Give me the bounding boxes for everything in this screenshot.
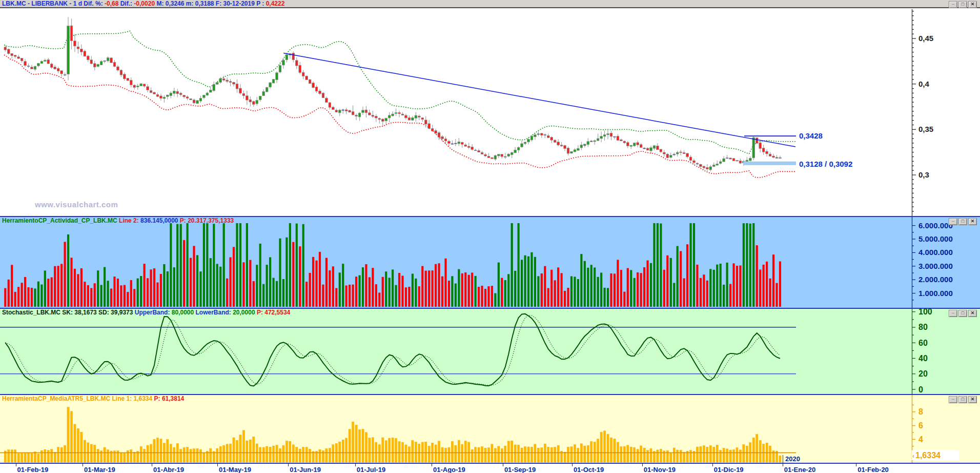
atr-bar — [64, 445, 66, 462]
atr-bar — [574, 445, 576, 462]
volume-bar — [392, 269, 394, 307]
candle-body — [176, 91, 179, 94]
candle-body — [405, 115, 407, 118]
atr-bar — [216, 448, 218, 462]
volume-bar — [444, 259, 446, 307]
candle-body — [759, 143, 762, 148]
atr-chart-canvas[interactable]: 864 — [0, 395, 980, 463]
volume-bar — [289, 223, 291, 307]
month-label: 01-Feb-20 — [858, 466, 889, 473]
volume-bar — [567, 288, 569, 307]
header-segment: P: 472,5534 — [257, 309, 290, 316]
upper-band-line — [4, 31, 796, 153]
atr-bar — [282, 445, 284, 462]
volume-bar — [464, 272, 466, 307]
volume-bar — [646, 261, 648, 307]
atr-bar — [567, 447, 569, 462]
axis-label: 80 — [918, 323, 928, 331]
close-button[interactable]: ✕ — [968, 396, 977, 403]
atr-bar — [352, 422, 354, 462]
maximize-button[interactable]: □ — [958, 310, 967, 317]
candle-body — [4, 47, 7, 50]
atr-bar — [498, 446, 500, 462]
atr-bar — [90, 444, 92, 462]
candle-body — [726, 157, 728, 158]
minimize-button[interactable]: _ — [949, 1, 957, 8]
atr-bar — [610, 438, 612, 462]
atr-bar — [97, 449, 99, 462]
stochastic-indicator-header: Stochastic_LBK.MC SK: 38,1673 SD: 39,937… — [2, 309, 290, 316]
header-segment: Line 2: — [119, 217, 140, 224]
atr-bar — [147, 445, 149, 462]
volume-chart-canvas[interactable]: 6.000.0005.000.0004.000.0003.000.0002.00… — [0, 217, 980, 308]
candle-body — [355, 115, 358, 116]
volume-bar — [739, 265, 741, 307]
volume-bar — [600, 272, 602, 307]
atr-bar — [144, 449, 146, 462]
visual-chart-window: LBK.MC - LIBERBANK - 1 d Dif. %: -0,68 D… — [0, 0, 980, 473]
year-tick-mark — [783, 455, 783, 463]
maximize-button[interactable]: □ — [958, 1, 967, 8]
close-button[interactable]: ✕ — [968, 218, 977, 225]
volume-bar — [577, 279, 579, 307]
price-panel: 0,450,40,350,3 www.visualchart.com 0,342… — [0, 9, 980, 216]
atr-bar — [491, 444, 493, 462]
atr-bar — [405, 445, 407, 462]
atr-bar — [709, 446, 711, 462]
atr-bar — [80, 432, 83, 462]
descending-trendline[interactable] — [283, 53, 795, 147]
candle-body — [67, 26, 70, 74]
volume-bar — [190, 258, 192, 307]
date-axis[interactable]: 01-Feb-1901-Mar-1901-Abr-1901-May-1901-J… — [0, 464, 980, 473]
stochastic-chart-canvas[interactable]: 100806040200 — [0, 309, 980, 394]
atr-bar — [739, 450, 741, 462]
volume-bar — [242, 262, 244, 307]
volume-bar — [100, 285, 103, 307]
candle-body — [127, 78, 129, 81]
atr-bar — [34, 452, 36, 462]
volume-bar — [425, 271, 427, 307]
atr-bar — [756, 435, 758, 462]
close-button[interactable]: ✕ — [968, 1, 977, 8]
candle-body — [322, 93, 324, 97]
candle-body — [415, 115, 417, 118]
close-button[interactable]: ✕ — [968, 310, 977, 317]
atr-bar — [494, 448, 496, 462]
volume-bar — [80, 268, 83, 307]
atr-bar — [345, 438, 348, 462]
candle-body — [120, 70, 122, 75]
candle-body — [266, 87, 268, 92]
maximize-button[interactable]: □ — [958, 218, 967, 225]
volume-bar — [233, 247, 235, 307]
atr-bar — [57, 447, 59, 462]
month-tick-mark — [83, 464, 83, 466]
candle-body — [385, 119, 387, 121]
volume-bar — [378, 292, 380, 307]
candle-body — [388, 115, 391, 118]
candle-body — [21, 58, 23, 61]
candle-body — [680, 152, 682, 152]
axis-label: 4.000.000 — [918, 248, 953, 257]
minimize-button[interactable]: _ — [949, 396, 957, 403]
volume-bar — [570, 276, 573, 307]
candle-body — [203, 95, 206, 98]
candle-body — [752, 137, 755, 158]
atr-bar — [226, 444, 228, 462]
candle-body — [467, 146, 470, 148]
minimize-button[interactable]: _ — [949, 310, 957, 317]
candle-body — [276, 73, 278, 80]
atr-bar — [319, 449, 321, 462]
atr-bar — [524, 446, 526, 462]
header-segment: UpperBand: — [135, 309, 172, 316]
volume-bar — [461, 273, 463, 307]
atr-bar — [299, 449, 301, 462]
volume-bar — [203, 223, 205, 307]
volume-bar — [530, 252, 533, 307]
minimize-button[interactable]: _ — [949, 218, 957, 225]
price-chart-canvas[interactable]: 0,450,40,350,3 — [0, 9, 980, 216]
atr-bar — [296, 447, 298, 462]
maximize-button[interactable]: □ — [958, 396, 967, 403]
candle-body — [703, 166, 705, 168]
atr-bar — [190, 449, 192, 462]
support-zone-band[interactable] — [743, 162, 796, 165]
